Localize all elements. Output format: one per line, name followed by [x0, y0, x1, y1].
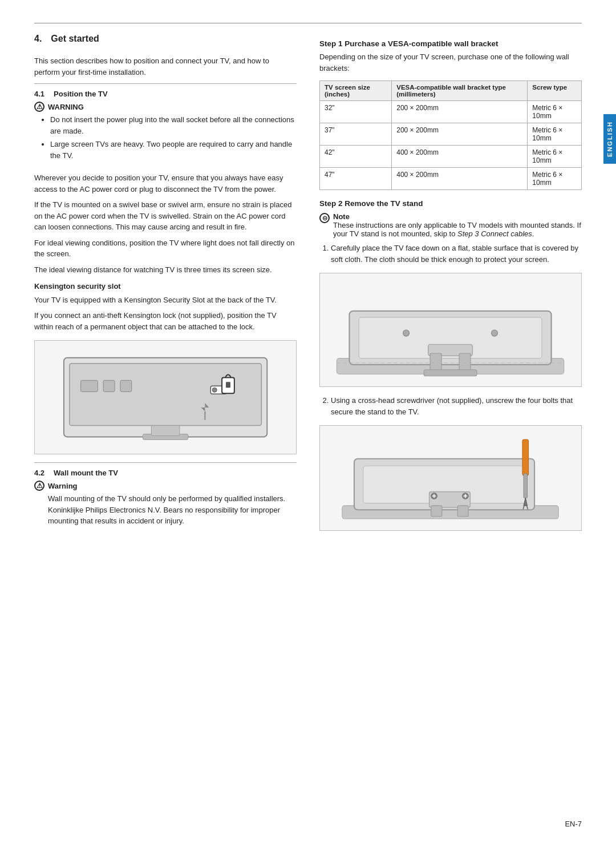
- svg-rect-34: [524, 474, 528, 498]
- english-tab: ENGLISH: [603, 114, 616, 164]
- table-row: 37"200 × 200mmMetric 6 × 10mm: [320, 123, 582, 146]
- warning-box-2: ⚠ Warning Wall mounting of the TV should…: [34, 481, 297, 531]
- warning-title-1: ⚠ WARNING: [34, 102, 297, 112]
- page-number: EN-7: [34, 820, 582, 828]
- warning-icon-2: ⚠: [34, 481, 44, 491]
- table-cell-bracket: 200 × 200mm: [392, 101, 528, 123]
- warning-label-2: Warning: [48, 482, 78, 490]
- para1: Wherever you decide to position your TV,…: [34, 172, 297, 195]
- section-number: 4.: [34, 34, 42, 44]
- table-cell-size: 37": [320, 123, 392, 146]
- tv-facedown-svg: [326, 276, 574, 384]
- kensington-title: Kensington security slot: [34, 281, 297, 292]
- subsection-4-1-number: 4.1: [34, 90, 44, 98]
- warning-item-2: Large screen TVs are heavy. Two people a…: [50, 139, 297, 161]
- note-label: Note: [333, 212, 350, 221]
- kensington-illustration: [34, 340, 297, 454]
- note-period: .: [532, 229, 534, 238]
- table-cell-bracket: 400 × 200mm: [392, 146, 528, 168]
- svg-rect-33: [522, 439, 529, 475]
- warning-box-1: ⚠ WARNING Do not insert the power plug i…: [34, 102, 297, 167]
- table-cell-size: 32": [320, 101, 392, 123]
- kensington-para1: Your TV is equipped with a Kensington Se…: [34, 295, 297, 306]
- subsection-4-1-title: Position the TV: [54, 90, 108, 98]
- svg-point-16: [403, 330, 410, 336]
- warning-list-1: Do not insert the power plug into the wa…: [34, 114, 297, 163]
- tv-facedown-illustration: [319, 273, 582, 387]
- table-row: 42"400 × 200mmMetric 6 × 10mm: [320, 146, 582, 168]
- step1-intro: Depending on the size of your TV screen,…: [319, 51, 582, 74]
- kensington-svg: [48, 346, 283, 448]
- table-cell-screw: Metric 6 × 10mm: [528, 168, 582, 190]
- warning-title-2: ⚠ Warning: [34, 481, 297, 491]
- right-column: Step 1 Purchase a VESA-compatible wall b…: [319, 34, 582, 809]
- warning2-text: Wall mounting of the TV should only be p…: [34, 493, 297, 527]
- subsection-4-2-number: 4.2: [34, 469, 44, 477]
- page: 4. Get started This section describes ho…: [0, 0, 616, 851]
- screwdriver-illustration: [319, 425, 582, 531]
- svg-rect-8: [226, 382, 230, 388]
- step2-heading: Step 2 Remove the TV stand: [319, 199, 582, 208]
- svg-point-6: [212, 388, 217, 392]
- warning-item-1: Do not insert the power plug into the wa…: [50, 114, 297, 136]
- top-divider: [34, 23, 582, 23]
- vesa-table: TV screen size (inches) VESA-compatible …: [319, 80, 582, 190]
- svg-rect-2: [81, 380, 98, 392]
- note-content: Note These instructions are only applica…: [333, 212, 582, 238]
- subsection-4-2-title: Wall mount the TV: [54, 469, 118, 477]
- svg-rect-21: [424, 370, 477, 376]
- warning-label-1: WARNING: [48, 103, 84, 111]
- table-cell-size: 47": [320, 168, 392, 190]
- step2-item-2: Using a cross-head screwdriver (not supp…: [331, 395, 582, 417]
- note-box: ⊝ Note These instructions are only appli…: [319, 212, 582, 238]
- svg-rect-3: [103, 380, 115, 392]
- table-header-screw: Screw type: [528, 81, 582, 101]
- svg-rect-4: [120, 380, 132, 392]
- table-cell-screw: Metric 6 × 10mm: [528, 123, 582, 146]
- para4: The ideal viewing distance for watching …: [34, 264, 297, 276]
- divider-2: [34, 462, 297, 463]
- svg-rect-39: [458, 505, 469, 516]
- svg-rect-1: [70, 364, 262, 426]
- note-icon: ⊝: [319, 213, 330, 223]
- step2-item-1: Carefully place the TV face down on a fl…: [331, 243, 582, 265]
- table-cell-bracket: 400 × 200mm: [392, 168, 528, 190]
- note-italic: Step 3 Connect cables: [457, 229, 532, 238]
- table-header-size: TV screen size (inches): [320, 81, 392, 101]
- table-row: 47"400 × 200mmMetric 6 × 10mm: [320, 168, 582, 190]
- para3: For ideal viewing conditions, position t…: [34, 237, 297, 260]
- svg-rect-38: [431, 505, 442, 516]
- step2-list-2: Using a cross-head screwdriver (not supp…: [319, 395, 582, 417]
- screwdriver-svg: [326, 429, 574, 528]
- kensington-para2: If you connect an anti-theft Kensington …: [34, 310, 297, 332]
- table-row: 32"200 × 200mmMetric 6 × 10mm: [320, 101, 582, 123]
- svg-point-17: [492, 330, 498, 336]
- table-cell-size: 42": [320, 146, 392, 168]
- divider-1: [34, 83, 297, 84]
- left-column: 4. Get started This section describes ho…: [34, 34, 297, 809]
- table-cell-bracket: 200 × 200mm: [392, 123, 528, 146]
- warning-icon-1: ⚠: [34, 102, 44, 112]
- table-cell-screw: Metric 6 × 10mm: [528, 101, 582, 123]
- para2: If the TV is mounted on a swivel base or…: [34, 199, 297, 233]
- step2-list: Carefully place the TV face down on a fl…: [319, 243, 582, 265]
- step1-heading: Step 1 Purchase a VESA-compatible wall b…: [319, 39, 582, 48]
- svg-rect-12: [151, 425, 179, 435]
- intro-text: This section describes how to position a…: [34, 55, 297, 78]
- section-title: Get started: [51, 34, 99, 44]
- table-header-bracket: VESA-compatible wall bracket type (milli…: [392, 81, 528, 101]
- table-cell-screw: Metric 6 × 10mm: [528, 146, 582, 168]
